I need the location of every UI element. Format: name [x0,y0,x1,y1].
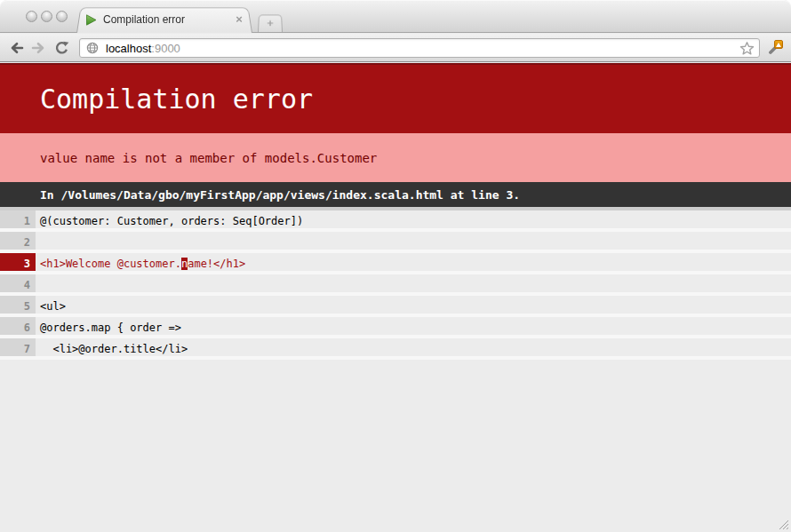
line-number: 3 [0,253,36,271]
browser-window: Compilation error × + [0,0,791,532]
new-tab-button[interactable]: + [258,15,283,32]
back-arrow-icon [9,42,24,54]
code-listing: 1 @(customer: Customer, orders: Seq[Orde… [0,207,791,360]
reload-icon [54,41,69,56]
url-field[interactable]: localhost:9000 [79,38,760,58]
line-code: @(customer: Customer, orders: Seq[Order]… [36,210,303,228]
line-number: 1 [0,210,36,228]
active-tab-content[interactable]: Compilation error × [76,6,252,33]
code-after-marker: ame!</h1> [188,258,245,270]
update-badge-icon [774,40,783,49]
zoom-window-button[interactable] [56,11,68,22]
code-line-6: 6 @orders.map { order => [0,317,791,338]
tab-strip: Compilation error × + [0,0,791,33]
globe-icon [86,42,99,54]
line-code: <li>@order.title</li> [36,338,188,356]
resize-grip[interactable] [778,519,789,530]
error-detail: value name is not a member of models.Cus… [0,133,791,182]
code-before-marker: <h1>Welcome @customer. [40,258,181,270]
page-content: Compilation error value name is not a me… [0,63,791,532]
line-code: <ul> [36,296,66,314]
line-number: 4 [0,274,36,292]
code-line-2: 2 [0,232,791,253]
url-text[interactable]: localhost:9000 [106,42,180,55]
code-line-5: 5 <ul> [0,296,791,317]
back-button[interactable] [7,40,25,56]
line-code: @orders.map { order => [36,317,181,335]
tab-title: Compilation error [103,13,231,26]
close-window-button[interactable] [26,11,37,22]
forward-arrow-icon [31,42,46,54]
line-number: 5 [0,296,36,314]
tab-close-icon[interactable]: × [231,12,247,28]
bookmark-star-icon[interactable] [739,41,755,56]
forward-button[interactable] [29,40,47,56]
code-line-4: 4 [0,274,791,296]
code-line-1: 1 @(customer: Customer, orders: Seq[Orde… [0,210,791,232]
page-title: Compilation error [0,63,791,133]
error-location: In /Volumes/Data/gbo/myFirstApp/app/view… [0,182,791,207]
line-number: 6 [0,317,36,335]
url-host: localhost [106,42,151,55]
minimize-window-button[interactable] [41,11,52,22]
toolbar: localhost:9000 [0,34,791,62]
line-code [36,232,40,250]
reload-button[interactable] [52,40,70,56]
line-code [36,274,40,292]
settings-menu-button[interactable] [764,38,786,58]
url-port: :9000 [151,42,180,55]
line-number: 7 [0,338,36,356]
line-number: 2 [0,232,36,250]
line-code: <h1>Welcome @customer.name!</h1> [36,253,245,271]
code-line-7: 7 <li>@order.title</li> [0,338,791,360]
play-framework-favicon-icon [85,14,97,26]
code-line-3-error: 3 <h1>Welcome @customer.name!</h1> [0,253,791,274]
